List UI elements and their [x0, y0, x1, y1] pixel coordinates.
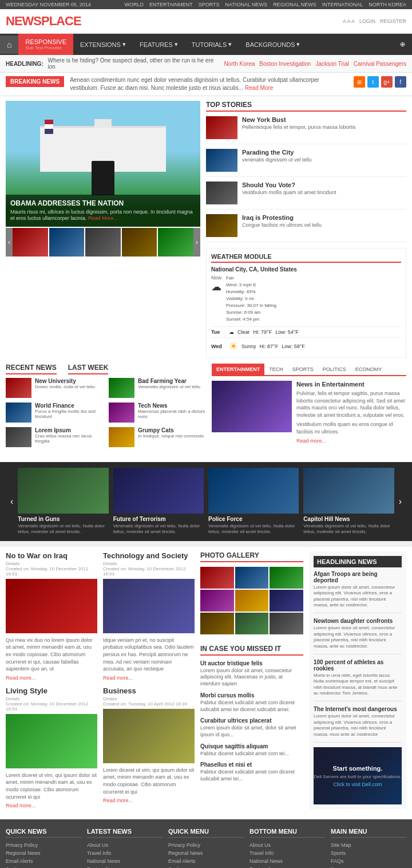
nav-home[interactable]: RESPONSIVE Sub Text Possible: [18, 34, 73, 55]
missed-item-title-3[interactable]: Quisque sagittis aliquam: [200, 743, 303, 749]
gallery-photo-1[interactable]: [235, 567, 269, 589]
story-title-3[interactable]: Iraq is Protesting: [242, 214, 322, 221]
rss-icon[interactable]: ⊞: [354, 76, 365, 88]
gallery-photo-8[interactable]: [270, 613, 303, 634]
footer-link-4-1[interactable]: Sports: [331, 850, 406, 856]
ad-link[interactable]: Click to visit Dell.com: [333, 782, 382, 787]
gallery-photo-6[interactable]: [200, 613, 234, 634]
footer-link-0-0[interactable]: Privacy Policy: [6, 842, 81, 848]
article-readmore-1[interactable]: Read more...: [103, 675, 195, 681]
thumbnail-4[interactable]: [122, 228, 157, 257]
footer-link-1-0[interactable]: About Us: [87, 842, 163, 848]
top-nav-world[interactable]: WORLD: [125, 2, 144, 7]
gallery-photo-3[interactable]: [200, 590, 234, 611]
tab-tech[interactable]: TECH: [264, 364, 288, 375]
lastweek-title-1[interactable]: Tech News: [138, 403, 206, 409]
breaking-read-more[interactable]: Read More: [245, 85, 273, 91]
hero-next-arrow[interactable]: ›: [193, 228, 200, 257]
nav-extensions[interactable]: EXTENSIONS ▾: [73, 36, 133, 53]
register-link[interactable]: REGISTER: [380, 18, 406, 24]
search-icon[interactable]: ⊕: [393, 36, 412, 53]
headline-link-3[interactable]: Carnival Passengers: [354, 61, 406, 67]
thumbnail-1[interactable]: [13, 228, 48, 257]
recent-title-0[interactable]: New University: [35, 378, 95, 384]
top-nav-international[interactable]: INTERNATIONAL: [322, 2, 363, 7]
carousel-title-1[interactable]: Future of Terrorism: [113, 516, 204, 522]
site-logo[interactable]: NEWSPLACE: [6, 14, 81, 29]
missed-item-title-2[interactable]: Curabitur ultrices placerat: [200, 717, 303, 724]
gallery-photo-5[interactable]: [270, 590, 303, 611]
tab-read-more[interactable]: Read more...: [296, 438, 406, 444]
article-title-3[interactable]: Business: [103, 686, 195, 695]
footer-link-3-0[interactable]: About Us: [249, 842, 325, 848]
headlining-item-title-3[interactable]: The Internet's most dangerous: [314, 706, 402, 712]
article-title-2[interactable]: Living Style: [6, 686, 97, 695]
footer-link-4-0[interactable]: Site Map: [331, 842, 406, 848]
carousel-title-0[interactable]: Turned in Guns: [18, 516, 108, 522]
gallery-photo-4[interactable]: [235, 590, 269, 611]
recent-title-2[interactable]: Lorem Ipsum: [35, 427, 103, 433]
recent-title-1[interactable]: World Finance: [35, 403, 103, 409]
top-nav-north-korea[interactable]: NORTH KOREA: [369, 2, 406, 7]
footer-link-3-2[interactable]: National News: [249, 858, 325, 864]
gplus-icon[interactable]: g+: [381, 76, 393, 88]
font-size-label[interactable]: A A A: [343, 18, 355, 24]
headlining-item-title-0[interactable]: Afgan Troops are being deported: [314, 571, 402, 583]
article-readmore-0[interactable]: Read more...: [6, 675, 97, 681]
footer-link-2-1[interactable]: Regional News: [168, 850, 244, 856]
nav-tutorials[interactable]: TUTORIALS ▾: [185, 36, 239, 53]
tab-sports[interactable]: SPORTS: [288, 364, 318, 375]
article-readmore-3[interactable]: Read more...: [103, 798, 195, 803]
lastweek-title-2[interactable]: Grumpy Cats: [138, 427, 204, 433]
thumbnail-2[interactable]: [49, 228, 85, 257]
tab-politics[interactable]: POLITICS: [318, 364, 351, 375]
headline-link-0[interactable]: North Korea: [224, 61, 255, 67]
footer-link-4-2[interactable]: FAQs: [331, 858, 406, 864]
ad-box[interactable]: Start something. Dell Servers are built …: [314, 747, 402, 804]
gallery-photo-7[interactable]: [235, 613, 269, 634]
article-readmore-2[interactable]: Read more...: [6, 803, 97, 808]
article-title-0[interactable]: No to War on Iraq: [6, 551, 97, 560]
top-nav-entertainment[interactable]: ENTERTAINMENT: [149, 2, 193, 7]
twitter-icon[interactable]: t: [367, 76, 379, 88]
carousel-prev[interactable]: ‹: [6, 496, 18, 507]
story-title-2[interactable]: Should You Vote?: [242, 182, 336, 188]
headline-link-2[interactable]: Jackson Trial: [315, 61, 348, 67]
login-link[interactable]: LOGIN: [359, 18, 375, 24]
facebook-icon[interactable]: f: [395, 76, 406, 88]
footer-link-1-2[interactable]: National News: [87, 858, 163, 864]
carousel-next[interactable]: ›: [394, 496, 406, 507]
headline-link-1[interactable]: Boston Investigation: [259, 61, 311, 67]
nav-features[interactable]: FEATURES ▾: [133, 36, 185, 53]
nav-backgrounds[interactable]: BACKGROUNDS ▾: [239, 36, 307, 53]
gallery-photo-0[interactable]: [200, 567, 234, 589]
tab-economy[interactable]: ECONOMY: [351, 364, 387, 375]
headlining-item-title-1[interactable]: Newtown daughter confronts: [314, 618, 402, 624]
missed-item-title-4[interactable]: Phasellus et nisi et: [200, 762, 303, 768]
tab-entertainment[interactable]: ENTERTAINMENT: [212, 364, 264, 375]
footer-link-2-0[interactable]: Privacy Policy: [168, 842, 244, 848]
footer-link-3-1[interactable]: Travel Info: [249, 850, 325, 856]
footer-link-0-1[interactable]: Regional News: [6, 850, 81, 856]
thumbnail-5[interactable]: [158, 228, 193, 257]
missed-item-title-0[interactable]: Ut auctor tristique felis: [200, 660, 303, 666]
carousel-title-3[interactable]: Capitol Hill News: [303, 516, 394, 522]
lastweek-title-0[interactable]: Bad Farming Year: [138, 378, 200, 384]
hero-read-more[interactable]: Read More...: [88, 215, 118, 221]
top-nav-sports[interactable]: SPORTS: [199, 2, 220, 7]
headlining-item-title-2[interactable]: 100 percent of athletes as rookies: [314, 659, 402, 672]
hero-prev-arrow[interactable]: ‹: [6, 228, 13, 257]
story-title-0[interactable]: New York Bust: [242, 116, 356, 123]
missed-item-title-1[interactable]: Morbi cursus mollis: [200, 692, 303, 699]
footer-link-0-2[interactable]: Email Alerts: [6, 858, 81, 864]
breaking-news-button[interactable]: BREAKING NEWS: [6, 76, 64, 87]
footer-link-1-1[interactable]: Travel Info: [87, 850, 163, 856]
home-icon[interactable]: ⌂: [0, 35, 18, 54]
top-nav-regional[interactable]: REGIONAL NEWS: [273, 2, 316, 7]
top-nav-national[interactable]: NATIONAL NEWS: [225, 2, 268, 7]
article-title-1[interactable]: Technology and Society: [103, 551, 195, 560]
carousel-title-2[interactable]: Police Force: [208, 516, 299, 522]
gallery-photo-2[interactable]: [270, 567, 303, 589]
thumbnail-3[interactable]: [85, 228, 121, 257]
story-title-1[interactable]: Parading the City: [242, 149, 312, 156]
